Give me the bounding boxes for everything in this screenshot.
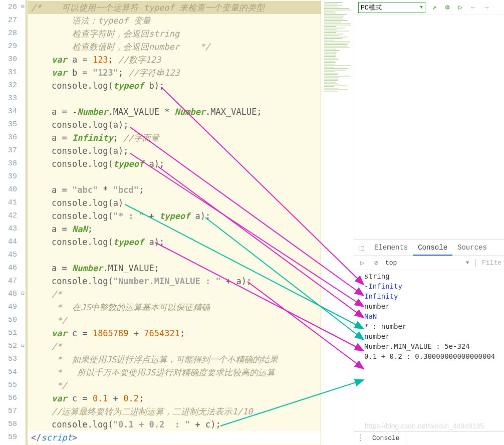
gear-icon[interactable]: ⚙	[443, 4, 451, 12]
minimap[interactable]	[321, 0, 354, 445]
clear-console-icon[interactable]: ⊘	[371, 259, 381, 267]
comment-text: 来检查一个变量的类型	[174, 3, 265, 13]
builtin-infinity: Infinity	[72, 133, 113, 143]
more-icon[interactable]: ⋮	[354, 431, 366, 445]
console-output[interactable]: string-InfinityInfinitynumberNaN* : numb…	[354, 270, 504, 370]
identifier: b	[67, 68, 83, 78]
keyword-typeof: typeof	[113, 81, 144, 91]
fold-gutter[interactable]: ⊟⊟⊟	[20, 0, 26, 445]
comment-text: //字符串123	[123, 68, 179, 78]
devtools-drawer: ⋮ Console	[354, 431, 504, 445]
builtin-nan: NaN	[72, 224, 88, 234]
operator: =	[82, 55, 87, 65]
tab-elements[interactable]: Elements	[369, 240, 413, 256]
number-literal: 123	[93, 55, 108, 65]
line-gutter: 2627282930313233343536373839404142434445…	[0, 0, 20, 445]
tab-sources[interactable]: Sources	[452, 240, 492, 256]
forward-icon[interactable]: →	[482, 4, 490, 12]
mode-dropdown[interactable]: PC模式 ▼	[358, 2, 425, 13]
devtools-panel: ⬚ Elements Console Sources ▷ ⊘ top ▼ | F…	[354, 240, 504, 370]
console-toolbar: ▷ ⊘ top ▼ | Filte	[354, 256, 504, 270]
tab-console[interactable]: Console	[413, 240, 452, 256]
devtools-tabs: ⬚ Elements Console Sources	[354, 240, 504, 256]
drawer-tab-console[interactable]: Console	[366, 431, 406, 446]
filter-input[interactable]: Filte	[482, 259, 501, 267]
object-ref: console.	[52, 81, 93, 91]
divider: |	[473, 259, 478, 268]
builtin-number: Number	[175, 107, 205, 117]
watermark-text: https://blog.csdn.net/weixin_44949135	[365, 422, 484, 430]
run-icon[interactable]: ▷	[456, 4, 464, 12]
back-icon[interactable]: ←	[469, 4, 477, 12]
inspect-icon[interactable]: ⬚	[354, 240, 369, 256]
preview-toolbar: PC模式 ▼ ↗ ⚙ ▷ ← →	[354, 0, 504, 15]
html-tag: script	[41, 432, 72, 442]
comment-text: 检查字符时，会返回string	[31, 29, 179, 39]
code-area[interactable]: /* 可以使用一个运算符 typeof 来检查一个变量的类型 语法：typeof…	[28, 0, 321, 445]
string-literal: "123"	[93, 68, 118, 78]
context-select[interactable]: top	[385, 259, 397, 267]
export-icon[interactable]: ↗	[430, 4, 438, 12]
keyword-var: var	[52, 55, 67, 65]
builtin-number: Number	[77, 107, 108, 117]
comment-text: //数字123	[113, 55, 161, 65]
identifier: a	[67, 55, 83, 65]
keyword-typeof: typeof	[144, 3, 174, 13]
function-call: log	[93, 81, 108, 91]
keyword-var: var	[52, 68, 67, 78]
chevron-down-icon: ▼	[466, 260, 469, 266]
comment-text: 语法：typeof 变量	[31, 16, 151, 26]
comment-text: 检查数值时，会返回number */	[31, 42, 210, 52]
mode-label: PC模式	[361, 3, 382, 12]
code-editor[interactable]: 2627282930313233343536373839404142434445…	[0, 0, 354, 445]
comment-text: /* 可以使用一个运算符	[31, 3, 144, 13]
chevron-down-icon: ▼	[420, 5, 423, 10]
play-icon[interactable]: ▷	[357, 259, 367, 267]
preview-panel: PC模式 ▼ ↗ ⚙ ▷ ← → ⬚ Elements Console Sour…	[354, 0, 504, 445]
